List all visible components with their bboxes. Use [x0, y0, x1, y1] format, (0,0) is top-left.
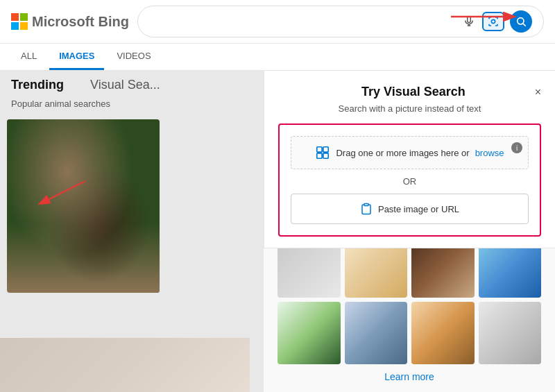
dog-image: [7, 119, 160, 293]
search-input[interactable]: [149, 16, 456, 28]
header: Microsoft Bing: [0, 0, 555, 44]
bottom-blur: [0, 338, 250, 392]
trending-label: Trending: [11, 78, 64, 92]
drag-text: Drag one or more images here or: [336, 148, 469, 158]
popular-label: Popular animal searches: [11, 99, 110, 109]
visual-search-panel: Try Visual Search × Search with a pictur…: [264, 71, 555, 248]
paste-icon: [360, 203, 373, 215]
drop-zone: Drag one or more images here or browse i…: [278, 123, 541, 237]
tab-videos[interactable]: VIDEOS: [107, 44, 160, 70]
visual-search-nav-label: Visual Sea...: [90, 78, 160, 92]
paste-area[interactable]: Paste image or URL: [291, 194, 529, 224]
paste-text: Paste image or URL: [378, 204, 459, 214]
bing-logo: Microsoft Bing: [11, 13, 129, 30]
svg-rect-14: [364, 204, 368, 206]
red-arrow-indicator: [444, 3, 527, 31]
svg-rect-10: [317, 147, 322, 152]
content-area: Trending Visual Sea... Popular animal se…: [0, 71, 555, 392]
panel-close-button[interactable]: ×: [535, 87, 541, 98]
tab-images[interactable]: IMAGES: [49, 44, 104, 70]
svg-rect-11: [323, 147, 328, 152]
dog-red-arrow: [28, 175, 104, 213]
panel-title: Try Visual Search: [292, 85, 535, 99]
svg-rect-13: [323, 153, 328, 158]
microsoft-squares: [11, 13, 28, 30]
sample-image-7[interactable]: [411, 302, 475, 365]
panel-subtitle: Search with a picture instead of text: [278, 103, 541, 114]
tab-all[interactable]: ALL: [11, 44, 46, 70]
info-icon[interactable]: i: [511, 142, 522, 153]
nav-tabs: ALL IMAGES VIDEOS: [0, 44, 555, 71]
drag-images-icon: [315, 145, 330, 160]
bing-logo-text: Microsoft Bing: [32, 14, 129, 30]
panel-header: Try Visual Search ×: [278, 85, 541, 99]
or-divider: OR: [291, 176, 529, 187]
sample-image-grid: [278, 235, 541, 364]
svg-rect-12: [317, 153, 322, 158]
learn-more-link[interactable]: Learn more: [278, 371, 541, 382]
sample-image-6[interactable]: [345, 302, 408, 365]
drag-area[interactable]: Drag one or more images here or browse i: [291, 136, 529, 169]
sample-image-5[interactable]: [278, 302, 341, 365]
sample-image-8[interactable]: [479, 302, 542, 365]
svg-line-9: [40, 181, 85, 203]
browse-link[interactable]: browse: [475, 148, 504, 158]
